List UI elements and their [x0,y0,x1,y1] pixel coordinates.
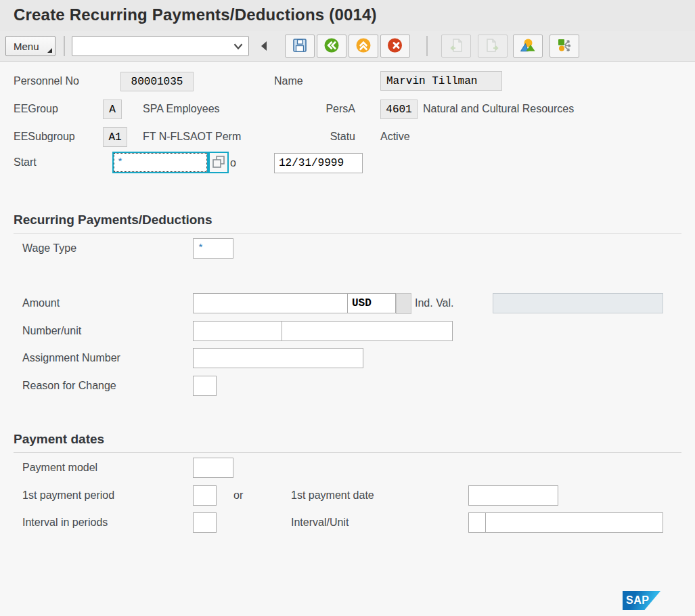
content-area: Personnel No 80001035 Name Marvin Tillma… [0,62,695,616]
ee-subgroup-label: EESubgroup [14,127,75,147]
ind-val-label: Ind. Val. [415,293,454,313]
ee-group-field: A [103,100,122,119]
section-divider [14,452,681,453]
currency-input[interactable] [347,293,396,313]
status-label: Statu [315,127,355,147]
exit-icon [355,37,372,56]
sap-window: Create Recurring Payments/Deductions (00… [0,0,695,616]
next-record-icon [485,37,501,56]
previous-record-icon [448,37,464,56]
overview-button[interactable] [513,35,543,58]
first-payment-date-input[interactable] [468,485,558,506]
first-payment-period-label: 1st payment period [22,485,114,506]
interval-unit-label: Interval/Unit [291,512,349,533]
exit-button[interactable] [349,35,378,58]
section-divider [14,233,681,234]
overview-icon [519,37,537,56]
number-unit-label: Number/unit [22,321,81,341]
command-input[interactable] [72,37,229,56]
amount-label: Amount [22,293,60,313]
sap-logo: SAP [623,591,660,610]
menu-button-label: Menu [14,41,39,52]
pers-a-label: PersA [315,99,355,119]
or-label: or [233,485,243,506]
pers-a-field: 4601 [380,100,418,119]
reason-for-change-input[interactable] [193,376,217,396]
payment-dates-section-title: Payment dates [14,432,104,447]
amount-input[interactable] [193,293,348,313]
title-bar: Create Recurring Payments/Deductions (00… [0,0,695,31]
ee-subgroup-field: A1 [103,127,127,147]
interval-unit-input[interactable] [485,512,663,533]
payment-model-label: Payment model [22,458,97,478]
number-input[interactable] [193,321,282,341]
wage-type-input[interactable] [193,238,233,259]
first-payment-period-input[interactable] [193,485,217,506]
page-title: Create Recurring Payments/Deductions (00… [14,5,377,24]
interval-input[interactable] [468,512,486,533]
sap-logo-text: SAP [626,594,649,606]
toolbar: Menu [0,31,695,62]
services-for-object-icon [556,37,573,56]
services-for-object-button[interactable] [550,35,579,58]
payment-model-input[interactable] [193,458,233,478]
dropdown-chevron-icon[interactable] [231,39,246,53]
assignment-number-input[interactable] [193,348,363,368]
to-label: o [230,153,236,173]
value-help-button[interactable] [208,152,229,173]
personnel-no-field: 80001035 [120,72,194,91]
name-field: Marvin Tillman [380,71,502,91]
start-date-field-wrap [112,152,208,173]
unit-input[interactable] [282,321,453,341]
name-label: Name [274,71,303,91]
first-payment-date-label: 1st payment date [291,485,374,506]
indirect-valuation-input [493,293,663,313]
back-icon [323,37,340,56]
save-button[interactable] [285,35,315,58]
start-label: Start [14,152,37,173]
recurring-section-title: Recurring Payments/Deductions [14,213,212,227]
cancel-button[interactable] [380,35,410,58]
collapse-left-arrow-icon[interactable] [259,39,269,53]
interval-in-periods-input[interactable] [193,512,217,533]
pers-a-description: Natural and Cultural Resources [423,99,574,119]
reason-for-change-label: Reason for Change [22,376,116,396]
ee-group-label: EEGroup [14,99,58,119]
ee-group-description: SPA Employees [143,99,220,119]
ee-subgroup-description: FT N-FLSAOT Perm [143,127,241,147]
save-icon [292,37,308,56]
menu-corner-triangle-icon [47,48,52,53]
wage-type-label: Wage Type [22,238,76,259]
assignment-number-label: Assignment Number [22,348,120,368]
status-value: Active [380,127,410,147]
interval-in-periods-label: Interval in periods [22,512,108,533]
toolbar-separator [426,36,428,56]
cancel-icon [387,37,403,56]
previous-record-button [441,35,471,58]
currency-help-button[interactable] [396,293,411,314]
end-date-input[interactable] [274,153,363,173]
personnel-no-label: Personnel No [14,71,79,91]
next-record-button [478,35,508,58]
back-button[interactable] [317,35,346,58]
value-help-icon [210,154,227,172]
command-field [72,36,249,56]
toolbar-separator [64,36,65,56]
start-date-input[interactable] [114,153,207,172]
menu-button[interactable]: Menu [5,36,55,56]
